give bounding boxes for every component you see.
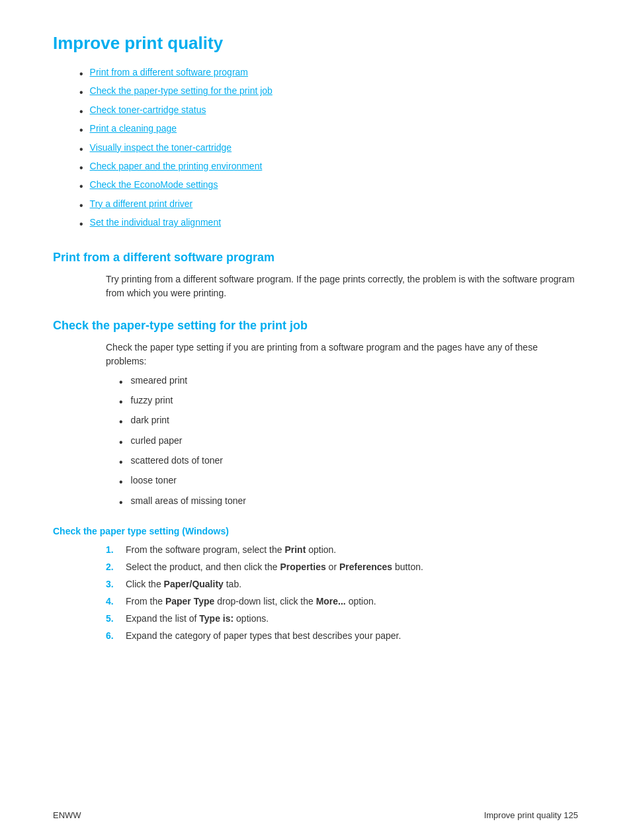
step-3: 3. Click the Paper/Quality tab. xyxy=(106,579,578,589)
section-heading-1: Print from a different software program xyxy=(53,251,578,265)
windows-steps-list: 1. From the software program, select the… xyxy=(106,544,578,641)
toc-link-4[interactable]: Print a cleaning page xyxy=(90,123,177,134)
toc-item: Visually inspect the toner-cartridge xyxy=(79,142,578,157)
list-item: smeared print xyxy=(119,375,578,390)
step-2: 2. Select the product, and then click th… xyxy=(106,562,578,572)
step-1: 1. From the software program, select the… xyxy=(106,544,578,555)
toc-item: Print a cleaning page xyxy=(79,123,578,138)
toc-item: Print from a different software program xyxy=(79,67,578,81)
step-5: 5. Expand the list of Type is: options. xyxy=(106,613,578,624)
list-item: loose toner xyxy=(119,475,578,489)
list-item: small areas of missing toner xyxy=(119,495,578,510)
list-item: dark print xyxy=(119,415,578,429)
toc-item: Check toner-cartridge status xyxy=(79,105,578,119)
toc-list: Print from a different software program … xyxy=(79,67,578,232)
toc-item: Check the paper-type setting for the pri… xyxy=(79,85,578,100)
section-2-intro: Check the paper type setting if you are … xyxy=(106,341,578,368)
page-footer: ENWW Improve print quality 125 xyxy=(53,810,578,820)
toc-link-9[interactable]: Set the individual tray alignment xyxy=(90,217,221,228)
section-check-paper-type: Check the paper-type setting for the pri… xyxy=(53,319,578,642)
step-4: 4. From the Paper Type drop-down list, c… xyxy=(106,596,578,607)
section-1-body: Try printing from a different software p… xyxy=(106,273,578,300)
list-item: curled paper xyxy=(119,435,578,450)
problems-list: smeared print fuzzy print dark print cur… xyxy=(119,375,578,511)
list-item: fuzzy print xyxy=(119,395,578,409)
toc-link-1[interactable]: Print from a different software program xyxy=(90,67,248,77)
list-item: scattered dots of toner xyxy=(119,455,578,470)
toc-link-8[interactable]: Try a different print driver xyxy=(90,198,193,209)
toc-link-7[interactable]: Check the EconoMode settings xyxy=(90,179,218,190)
toc-item: Set the individual tray alignment xyxy=(79,217,578,231)
toc-link-3[interactable]: Check toner-cartridge status xyxy=(90,105,206,115)
toc-link-6[interactable]: Check paper and the printing environment xyxy=(90,161,263,171)
footer-left: ENWW xyxy=(53,810,81,820)
page-container: Improve print quality Print from a diffe… xyxy=(0,0,631,840)
subsection-heading-windows: Check the paper type setting (Windows) xyxy=(53,526,578,536)
section-heading-2: Check the paper-type setting for the pri… xyxy=(53,319,578,333)
section-print-from-different: Print from a different software program … xyxy=(53,251,578,300)
footer-right: Improve print quality 125 xyxy=(484,810,578,820)
toc-item: Check paper and the printing environment xyxy=(79,161,578,175)
toc-link-5[interactable]: Visually inspect the toner-cartridge xyxy=(90,142,232,153)
step-6: 6. Expand the category of paper types th… xyxy=(106,630,578,641)
toc-item: Try a different print driver xyxy=(79,198,578,213)
page-title: Improve print quality xyxy=(53,33,578,54)
toc-item: Check the EconoMode settings xyxy=(79,179,578,194)
toc-link-2[interactable]: Check the paper-type setting for the pri… xyxy=(90,85,273,96)
